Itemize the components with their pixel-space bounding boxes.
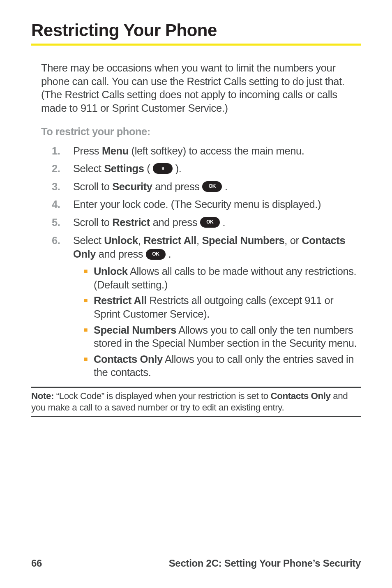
text: ).: [173, 163, 181, 174]
key-ok-icon: OK: [202, 181, 222, 192]
text: ,: [196, 235, 202, 246]
text: Enter your lock code. (The Security menu…: [73, 198, 321, 210]
bullet-body: Special Numbers Allows you to call only …: [94, 323, 361, 350]
text: (left softkey) to access the main menu.: [129, 145, 304, 157]
text: Scroll to: [73, 217, 112, 228]
step-body: Press Menu (left softkey) to access the …: [73, 144, 361, 158]
text: Select: [73, 235, 104, 246]
contacts-only-ref: Contacts Only: [271, 391, 331, 401]
steps-list: 1. Press Menu (left softkey) to access t…: [52, 144, 361, 382]
step-2: 2. Select Settings ( 9 ).: [52, 162, 361, 176]
text: , or: [284, 235, 302, 246]
step-body: Select Settings ( 9 ).: [73, 162, 361, 176]
step-number: 3.: [52, 180, 73, 194]
step-6: 6. Select Unlock, Restrict All, Special …: [52, 234, 361, 382]
step-body: Select Unlock, Restrict All, Special Num…: [73, 234, 361, 382]
bullet-body: Unlock Allows all calls to be made witho…: [94, 265, 361, 291]
step-number: 5.: [52, 216, 73, 230]
bullet-icon: ■: [84, 296, 94, 321]
unlock-option: Unlock: [104, 235, 138, 246]
text: (: [144, 163, 153, 174]
bullet-icon: ■: [84, 326, 94, 350]
step-1: 1. Press Menu (left softkey) to access t…: [52, 144, 361, 158]
page-number: 66: [31, 558, 42, 569]
step-body: Scroll to Restrict and press OK .: [73, 216, 361, 230]
unlock-label: Unlock: [94, 265, 128, 277]
settings-label: Settings: [104, 163, 144, 174]
special-numbers-option: Special Numbers: [202, 235, 284, 246]
step-number: 1.: [52, 144, 73, 158]
key-ok-icon: OK: [146, 249, 166, 260]
intro-paragraph: There may be occasions when you want to …: [41, 61, 361, 115]
key-9-icon: 9: [153, 163, 173, 174]
step-number: 4.: [52, 198, 73, 212]
text: .: [166, 248, 171, 260]
step-body: Enter your lock code. (The Security menu…: [73, 198, 361, 212]
step-5: 5. Scroll to Restrict and press OK .: [52, 216, 361, 230]
list-item: ■ Contacts Only Allows you to call only …: [73, 353, 361, 379]
section-label: Section 2C: Setting Your Phone’s Securit…: [169, 558, 361, 569]
subhead: To restrict your phone:: [41, 126, 361, 138]
security-label: Security: [112, 181, 152, 192]
page-footer: 66 Section 2C: Setting Your Phone’s Secu…: [31, 558, 361, 572]
note-label: Note:: [31, 391, 56, 401]
options-list: ■ Unlock Allows all calls to be made wit…: [73, 265, 361, 379]
special-numbers-label: Special Numbers: [94, 324, 176, 336]
step-3: 3. Scroll to Security and press OK .: [52, 180, 361, 194]
text: .: [222, 181, 227, 192]
text: “Lock Code” is displayed when your restr…: [56, 391, 271, 401]
bullet-body: Restrict All Restricts all outgoing call…: [94, 294, 361, 321]
text: Press: [73, 145, 102, 157]
menu-label: Menu: [102, 145, 129, 157]
step-4: 4. Enter your lock code. (The Security m…: [52, 198, 361, 212]
bullet-body: Contacts Only Allows you to call only th…: [94, 353, 361, 379]
text: ,: [138, 235, 143, 246]
bullet-icon: ■: [84, 267, 94, 291]
restrict-label: Restrict: [112, 217, 150, 228]
step-body: Scroll to Security and press OK .: [73, 180, 361, 194]
text: and press: [96, 248, 146, 260]
key-ok-icon: OK: [200, 217, 220, 228]
text: Scroll to: [73, 181, 112, 192]
text: Select: [73, 163, 104, 174]
step-number: 2.: [52, 162, 73, 176]
restrict-all-label: Restrict All: [94, 295, 147, 306]
list-item: ■ Unlock Allows all calls to be made wit…: [73, 265, 361, 291]
text: .: [220, 217, 225, 228]
note-box: Note: “Lock Code” is displayed when your…: [31, 387, 361, 417]
text: and press: [150, 217, 200, 228]
text: Allows all calls to be made without any …: [94, 265, 356, 291]
bullet-icon: ■: [84, 355, 94, 379]
step-number: 6.: [52, 234, 73, 382]
list-item: ■ Special Numbers Allows you to call onl…: [73, 323, 361, 350]
contacts-only-label: Contacts Only: [94, 353, 163, 365]
page-title: Restricting Your Phone: [31, 21, 361, 46]
text: and press: [152, 181, 203, 192]
restrict-all-option: Restrict All: [143, 235, 196, 246]
list-item: ■ Restrict All Restricts all outgoing ca…: [73, 294, 361, 321]
